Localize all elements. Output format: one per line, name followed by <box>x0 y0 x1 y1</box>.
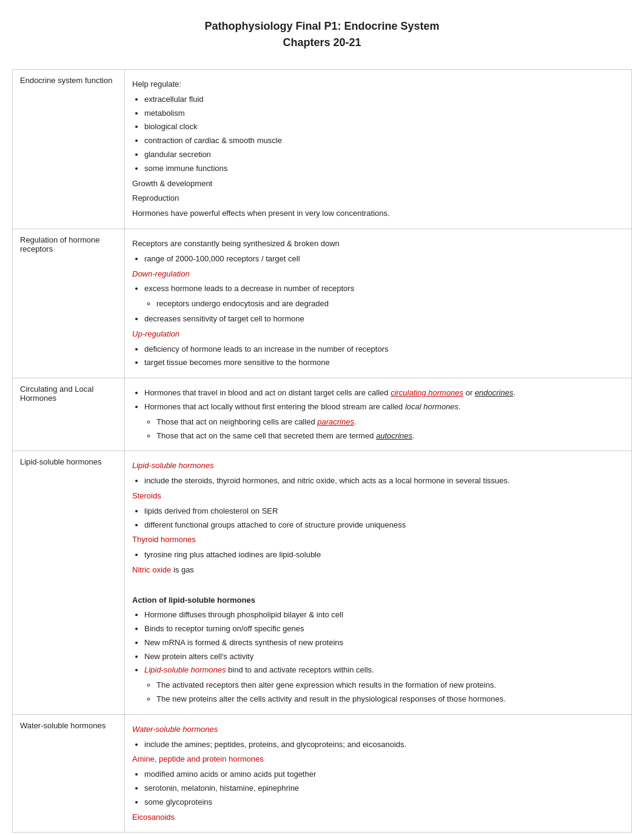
row-label-lipid: Lipid-soluble hormones <box>13 451 125 715</box>
table-row: Lipid-soluble hormones Lipid-soluble hor… <box>13 451 632 715</box>
table-row: Endocrine system function Help regulate:… <box>13 70 632 229</box>
row-content-water: Water-soluble hormones include the amine… <box>125 714 632 833</box>
page-title: Pathophysiology Final P1: Endocrine Syst… <box>12 18 632 51</box>
row-content-lipid: Lipid-soluble hormones include the stero… <box>125 451 632 715</box>
row-content-regulation: Receptors are constantly being synthesiz… <box>125 229 632 378</box>
row-label-regulation: Regulation of hormone receptors <box>13 229 125 378</box>
row-content-circulating: Hormones that travel in blood and act on… <box>125 378 632 451</box>
table-row: Circulating and Local Hormones Hormones … <box>13 378 632 451</box>
table-row: Regulation of hormone receptors Receptor… <box>13 229 632 378</box>
main-table: Endocrine system function Help regulate:… <box>12 69 632 833</box>
table-row: Water-soluble hormones Water-soluble hor… <box>13 714 632 833</box>
row-label-water: Water-soluble hormones <box>13 714 125 833</box>
row-label-endocrine-function: Endocrine system function <box>13 70 125 229</box>
row-content-endocrine-function: Help regulate: extracellular fluid metab… <box>125 70 632 229</box>
row-label-circulating: Circulating and Local Hormones <box>13 378 125 451</box>
